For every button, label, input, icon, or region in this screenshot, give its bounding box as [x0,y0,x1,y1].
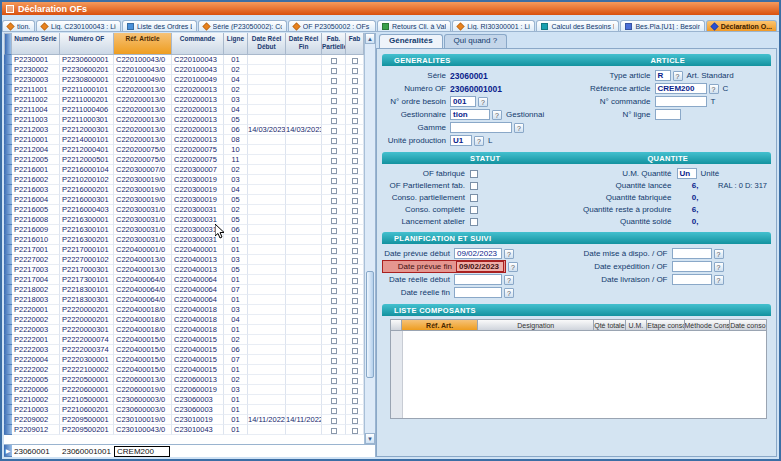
checkbox[interactable] [352,178,358,184]
checkbox[interactable] [331,108,337,114]
lookup-button[interactable]: ? [474,136,484,146]
checkbox[interactable] [331,418,337,424]
table-row[interactable]: P2217004P2217300101C220400064/0C22040006… [4,275,364,285]
row-selector[interactable] [4,385,12,395]
table-row[interactable]: P2220005P2220500001C220600013/0C22060001… [4,375,364,385]
checkbox[interactable] [470,170,478,178]
table-row[interactable]: P2217001P2217000101C220400001/0C22040000… [4,245,364,255]
checkbox[interactable] [352,398,358,404]
tab-tion[interactable]: tion... [2,20,35,31]
row-selector[interactable] [4,375,12,385]
row-selector[interactable] [4,365,12,375]
scroll-up-arrow-icon[interactable]: ▲ [365,33,375,44]
calendar-button[interactable]: ? [504,288,514,298]
column-header[interactable]: Méthode Conso [685,319,730,331]
column-header[interactable]: Ligne [224,33,248,55]
date-input[interactable] [454,287,502,298]
checkbox[interactable] [352,248,358,254]
checkbox[interactable] [331,138,337,144]
field-input[interactable] [655,109,681,120]
select-all-corner[interactable] [4,33,12,55]
date-input[interactable] [454,274,502,285]
date-input[interactable] [672,274,712,285]
scrollbar-thumb[interactable] [366,271,374,378]
tab-retours-cli-valider[interactable]: Retours Cli. à Valider [377,20,451,31]
row-selector[interactable] [4,125,12,135]
row-selector[interactable] [4,425,12,435]
row-selector[interactable] [4,285,12,295]
row-selector[interactable] [4,95,12,105]
table-row[interactable]: P2218002P2218300101C220400064/0C22040006… [4,285,364,295]
checkbox[interactable] [352,238,358,244]
checkbox[interactable] [352,368,358,374]
checkbox[interactable] [352,288,358,294]
column-header[interactable]: Date Réel Début [248,33,286,55]
checkbox[interactable] [331,338,337,344]
table-row[interactable]: P2209002P2209500001C230100019/0C23010019… [4,415,364,425]
table-row[interactable]: P2210002P2210500001C230600003/0C23060003… [4,395,364,405]
tab-s-rie-p23050002-com[interactable]: Série (P23050002): Com... [198,20,287,31]
checkbox[interactable] [331,428,337,434]
table-row[interactable]: P2216005P2216000403C220300031/0C22030003… [4,205,364,215]
checkbox[interactable] [331,328,337,334]
tab-qui-quand[interactable]: Qui quand ? [444,34,508,48]
tab-lig-c230100043-lign[interactable]: Lig. C230100043 : Lign... [36,20,121,31]
checkbox[interactable] [352,348,358,354]
checkbox[interactable] [352,258,358,264]
checkbox[interactable] [352,338,358,344]
table-row[interactable]: P2212003P2212000301C220200013/0C22020001… [4,125,364,135]
checkbox[interactable] [352,308,358,314]
date-input[interactable] [672,248,712,259]
checkbox[interactable] [331,408,337,414]
row-selector[interactable] [4,255,12,265]
column-header[interactable]: Numéro Série [12,33,60,55]
checkbox[interactable] [352,148,358,154]
tab-liste-des-ordres-li-s[interactable]: Liste des Ordres Liés [122,20,197,31]
table-row[interactable]: P2216004P2216000301C220300019/0C22030001… [4,195,364,205]
table-row[interactable]: P2216001P2216000104C220300007/0C22030000… [4,165,364,175]
tab-of-p23050002-ofs-de[interactable]: OF P23050002 : OFs de... [288,20,376,31]
column-header[interactable]: Date conso [730,319,767,331]
row-selector[interactable] [4,55,12,65]
date-input[interactable]: 09/02/2023 [456,261,504,272]
row-selector[interactable] [4,205,12,215]
column-header[interactable]: Numéro OF [60,33,114,55]
checkbox[interactable] [331,218,337,224]
um-input[interactable]: Un [677,168,697,179]
row-selector[interactable] [4,135,12,145]
checkbox[interactable] [352,88,358,94]
checkbox[interactable] [352,188,358,194]
checkbox[interactable] [331,198,337,204]
row-selector[interactable] [4,75,12,85]
checkbox[interactable] [331,208,337,214]
article-edit-field[interactable]: CREM200 [114,446,170,457]
checkbox[interactable] [331,118,337,124]
checkbox[interactable] [331,98,337,104]
field-input[interactable]: tion [450,109,490,120]
table-row[interactable]: P2220001P2220000201C220400018/0C22040001… [4,305,364,315]
table-row[interactable]: P2210001P2214000101C220200013/0C22020001… [4,135,364,145]
field-input[interactable] [450,122,512,133]
row-selector[interactable] [4,325,12,335]
table-row[interactable]: P2216010P2216300201C220300031/0C22030003… [4,235,364,245]
row-selector[interactable] [4,115,12,125]
checkbox[interactable] [331,68,337,74]
calendar-button[interactable]: ? [508,262,518,272]
checkbox[interactable] [352,168,358,174]
grid-entry-row[interactable]: ▶ 23060001 23060001001 CREM200 [4,444,375,457]
calendar-button[interactable]: ? [714,275,724,285]
field-input[interactable]: U1 [450,135,472,146]
row-selector[interactable] [4,305,12,315]
table-row[interactable]: P2211002P2211000201C220200013/0C22020001… [4,95,364,105]
checkbox[interactable] [331,178,337,184]
column-header[interactable]: Fab [346,33,364,55]
tab-calcul-des-besoins-nets[interactable]: Calcul des Besoins Nets [536,20,619,31]
table-row[interactable]: P2212005P2212000501C220200075/0C22020007… [4,155,364,165]
checkbox[interactable] [352,128,358,134]
column-header[interactable]: Réf. Art. [402,319,479,331]
checkbox[interactable] [331,148,337,154]
checkbox[interactable] [331,288,337,294]
checkbox[interactable] [331,308,337,314]
checkbox[interactable] [331,378,337,384]
row-selector[interactable] [4,195,12,205]
